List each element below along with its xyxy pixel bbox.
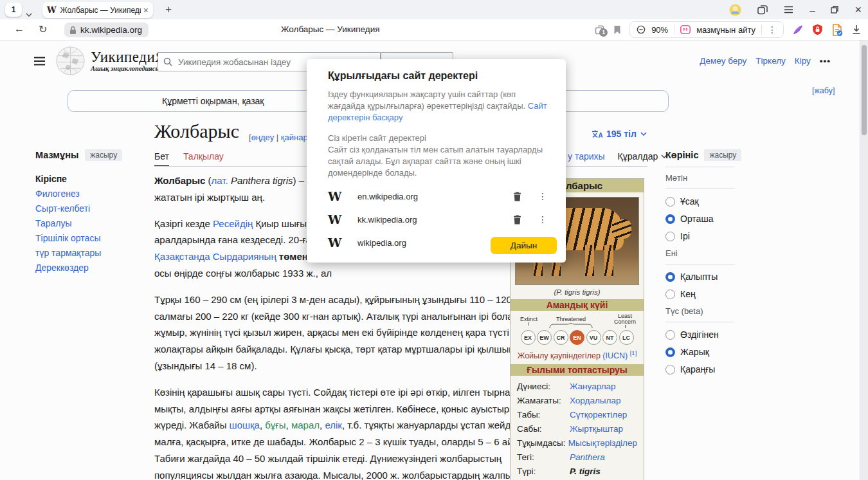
toc-item[interactable]: түр тармақтары xyxy=(35,246,146,261)
article-link[interactable]: лат. xyxy=(212,175,228,186)
new-tab-button[interactable]: + xyxy=(161,2,176,17)
page-scrollbar[interactable] xyxy=(860,41,868,480)
appearance-option[interactable]: Өздігінен xyxy=(665,329,735,340)
address-bar[interactable]: kk.wikipedia.org xyxy=(64,23,149,37)
appearance-option[interactable]: Қараңғы xyxy=(665,364,735,374)
radio-button[interactable] xyxy=(665,214,675,224)
browser-menu-icon[interactable] xyxy=(784,6,793,14)
read-aloud-icon[interactable] xyxy=(680,25,691,34)
radio-button[interactable] xyxy=(665,365,675,374)
scrollbar-thumb[interactable] xyxy=(862,45,867,135)
article-link[interactable]: Ресейдің xyxy=(213,218,253,229)
toc-item[interactable]: Сырт-келбеті xyxy=(35,201,146,216)
banner-close-link[interactable]: [жабу] xyxy=(812,86,835,95)
wiki-header-link[interactable]: Демеу беру xyxy=(700,56,746,66)
taxonomy-value[interactable]: Мысықтәрізділер xyxy=(568,436,637,450)
text-line: жүреді. Жабайы шошқа, бұғы, марал, елік,… xyxy=(154,417,510,434)
tab-history[interactable]: у тарихы xyxy=(568,151,605,162)
status-link[interactable]: Жойылу қаупіндегілер xyxy=(518,351,601,360)
radio-button[interactable] xyxy=(665,272,675,282)
article-link[interactable]: бұғы xyxy=(265,420,285,430)
side-panels-icon[interactable] xyxy=(757,5,768,15)
appearance-option[interactable]: Ұсақ xyxy=(665,196,735,207)
reload-icon[interactable]: ↻ xyxy=(39,23,47,35)
conservation-status: Extinct Threatened LeastConcern EXEWCREN… xyxy=(511,311,644,346)
collections-icon[interactable]: 1 xyxy=(595,25,605,35)
toc-item[interactable]: Дереккөздер xyxy=(35,261,146,275)
appearance-option[interactable]: Кең xyxy=(665,289,735,299)
article-link[interactable]: Қазақстанда Сырдарияның xyxy=(154,251,276,262)
tab-talk[interactable]: Талқылау xyxy=(183,151,224,167)
wiki-logo[interactable]: УикипедиЯ Ашық энциклопедиясы xyxy=(55,46,165,76)
profile-avatar[interactable] xyxy=(729,4,741,16)
taxonomy-value[interactable]: Сүтқоректілер xyxy=(570,408,627,422)
wiki-tagline: Ашық энциклопедиясы xyxy=(91,65,165,72)
taxonomy-value[interactable]: Хордалылар xyxy=(570,394,620,408)
appearance-hide-button[interactable]: жасыру xyxy=(704,149,741,161)
pill-kebab-icon[interactable]: ⋮ xyxy=(768,24,777,35)
appearance-option[interactable]: Орташа xyxy=(665,214,735,224)
wiki-menu-icon[interactable] xyxy=(33,57,46,66)
toc-hide-button[interactable]: жасыру xyxy=(85,149,122,161)
edit-link[interactable]: өңдеу xyxy=(251,133,275,142)
dialog-title: Құрылғыдағы сайт деректері xyxy=(328,70,547,82)
read-aloud-label[interactable]: мазмұнын айту xyxy=(696,25,755,35)
radio-button[interactable] xyxy=(665,232,675,241)
browser-tab[interactable]: W Жолбарыс — Уикипеди × xyxy=(42,2,153,18)
tab-tools[interactable]: Құралдар xyxy=(618,151,668,162)
iucn-link[interactable]: (IUCN) xyxy=(602,351,628,360)
minimize-button[interactable]: – xyxy=(809,5,815,15)
tab-close-icon[interactable]: × xyxy=(143,5,149,15)
radio-button[interactable] xyxy=(665,290,675,299)
done-button[interactable]: Дайын xyxy=(491,237,557,254)
taxonomy-label: Сабы: xyxy=(517,422,570,436)
toc-item[interactable]: Филогенез xyxy=(35,187,146,201)
tab-page[interactable]: Бет xyxy=(154,151,169,167)
status-ref[interactable]: [1] xyxy=(630,349,637,356)
site-kebab-icon[interactable]: ⋮ xyxy=(538,191,547,201)
toc-item[interactable]: Таралуы xyxy=(35,216,146,231)
delete-site-icon[interactable] xyxy=(513,215,521,225)
tab-counter[interactable]: 1 xyxy=(5,3,22,17)
label-threatened: Threatened xyxy=(547,316,595,322)
site-domain: wikipedia.org xyxy=(357,238,513,248)
appearance-section-label: Мәтін xyxy=(665,173,735,183)
wiki-header-link[interactable]: Кіру xyxy=(795,56,811,66)
wikipedia-favicon: W xyxy=(47,5,57,15)
back-icon[interactable]: ← xyxy=(14,23,24,35)
status-link-row: Жойылу қаупіндегілер (IUCN) [1] xyxy=(511,346,644,364)
language-selector[interactable]: A 195 тіл xyxy=(592,129,647,139)
article-link[interactable]: елік xyxy=(325,420,342,430)
adblock-shield-icon[interactable] xyxy=(812,24,823,35)
text-line: Табиғи жағдайда 40 – 50 жылдай тіршілік … xyxy=(154,450,510,467)
delete-site-icon[interactable] xyxy=(513,192,521,201)
toc-item[interactable]: Кіріспе xyxy=(35,172,146,187)
restore-button[interactable] xyxy=(831,6,838,14)
wikipedia-globe-icon xyxy=(55,46,86,76)
taxonomy-value[interactable]: Жыртқыштар xyxy=(570,422,623,436)
taxonomy-value[interactable]: Panthera xyxy=(570,450,605,465)
page-translate-extension-icon[interactable] xyxy=(831,24,843,36)
downloads-icon[interactable] xyxy=(851,24,862,35)
wiki-header-link[interactable]: Тіркелу xyxy=(755,56,786,66)
appearance-option[interactable]: Жарық xyxy=(665,347,735,357)
toc-item[interactable]: Тіршілік ортасы xyxy=(35,231,146,246)
site-kebab-icon[interactable]: ⋮ xyxy=(538,214,547,225)
pen-extension-icon[interactable] xyxy=(792,24,804,35)
radio-button[interactable] xyxy=(665,197,675,207)
radio-button[interactable] xyxy=(665,347,675,357)
article-link[interactable]: марал xyxy=(291,420,320,430)
appearance-option[interactable]: Қалыпты xyxy=(665,272,735,282)
bookmark-icon[interactable] xyxy=(613,25,621,35)
appearance-option[interactable]: Ірі xyxy=(665,231,735,241)
status-code-ew: EW xyxy=(537,330,552,345)
tab-list-chevron-icon[interactable] xyxy=(26,8,32,19)
dialog-subdescription: Сайт сіз қолданатын тіл мен сатып алатын… xyxy=(328,145,543,178)
zoom-out-icon[interactable] xyxy=(637,25,646,34)
article-link[interactable]: шошқа xyxy=(230,420,260,430)
taxonomy-value[interactable]: Жануарлар xyxy=(570,380,616,394)
status-code-vu: VU xyxy=(586,330,601,345)
user-links-more[interactable]: ••• xyxy=(820,56,831,66)
close-window-button[interactable]: × xyxy=(854,3,862,17)
radio-button[interactable] xyxy=(665,330,675,340)
